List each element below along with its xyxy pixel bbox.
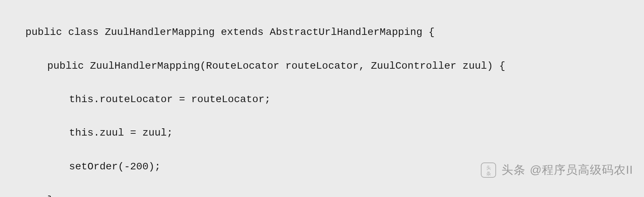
code-line: this.zuul = zuul; bbox=[25, 125, 644, 141]
toutiao-logo-icon: 头 条 bbox=[480, 161, 497, 179]
watermark: 头 条 头条 @程序员高级码农II bbox=[480, 160, 633, 180]
watermark-prefix: 头条 bbox=[502, 160, 526, 180]
code-line: public ZuulHandlerMapping(RouteLocator r… bbox=[25, 58, 644, 75]
svg-text:头: 头 bbox=[486, 165, 491, 170]
watermark-author: @程序员高级码农II bbox=[530, 160, 633, 180]
svg-text:条: 条 bbox=[486, 171, 491, 176]
code-line: this.routeLocator = routeLocator; bbox=[25, 91, 644, 108]
code-line: public class ZuulHandlerMapping extends … bbox=[25, 24, 644, 41]
code-line: } bbox=[25, 192, 644, 197]
